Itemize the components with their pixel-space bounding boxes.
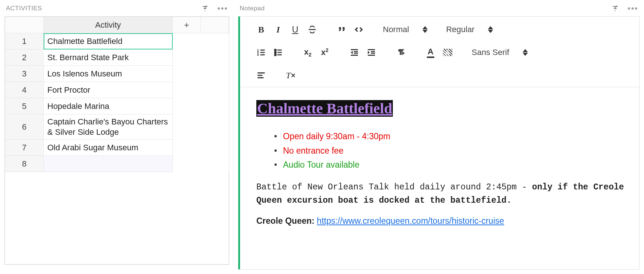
align-button[interactable] [253, 69, 270, 82]
activity-cell[interactable] [44, 156, 173, 172]
row-number[interactable]: 8 [5, 156, 44, 172]
row-number[interactable]: 6 [5, 114, 44, 140]
creole-queen-label: Creole Queen: [256, 216, 317, 226]
corner-cell[interactable] [5, 17, 44, 33]
code-button[interactable] [350, 23, 367, 36]
activities-title: ACTIVITIES [6, 5, 42, 12]
note-paragraph-talk[interactable]: Battle of New Orleans Talk held daily ar… [256, 180, 629, 207]
activity-cell[interactable]: Captain Charlie's Bayou Charters & Silve… [44, 114, 173, 140]
table-row[interactable]: 8 [5, 156, 229, 172]
column-header-activity[interactable]: Activity [44, 17, 173, 33]
activity-cell[interactable]: Los Islenos Museum [44, 66, 173, 82]
activities-table: Activity + 1Chalmette Battlefield2St. Be… [5, 17, 229, 172]
row-number[interactable]: 3 [5, 66, 44, 82]
svg-marker-12 [488, 30, 493, 33]
svg-point-21 [274, 54, 276, 55]
activity-cell[interactable]: Old Arabi Sugar Museum [44, 140, 173, 156]
svg-marker-29 [351, 51, 353, 54]
svg-marker-36 [523, 49, 528, 52]
superscript-button[interactable]: x2 [316, 46, 333, 59]
activity-cell[interactable]: St. Bernard State Park [44, 49, 173, 66]
indent-button[interactable] [363, 46, 380, 59]
font-select[interactable]: Sans Serif [469, 48, 531, 57]
table-row[interactable]: 7Old Arabi Sugar Museum [5, 140, 229, 156]
note-bullet[interactable]: Open daily 9:30am - 4:30pm [283, 130, 629, 143]
text-direction-button[interactable] [392, 46, 409, 59]
notepad-editor: B I U Normal Regular 123 x2 x2 [238, 16, 640, 270]
weight-select[interactable]: Regular [443, 25, 496, 34]
svg-marker-35 [403, 52, 404, 55]
activities-header: ACTIVITIES ••• [4, 3, 229, 16]
ordered-list-button[interactable]: 123 [253, 46, 270, 59]
unordered-list-button[interactable] [270, 46, 287, 59]
filter-icon[interactable] [611, 3, 621, 14]
outdent-button[interactable] [346, 46, 363, 59]
clear-format-button[interactable]: T✕ [282, 69, 299, 82]
notepad-title: Notepad [240, 5, 265, 12]
notepad-header: Notepad ••• [238, 3, 640, 16]
note-bullets: Open daily 9:30am - 4:30pmNo entrance fe… [256, 130, 629, 171]
table-row[interactable]: 4Fort Proctor [5, 82, 229, 98]
more-icon[interactable]: ••• [218, 3, 228, 14]
bold-button[interactable]: B [253, 23, 270, 36]
row-number[interactable]: 1 [5, 33, 44, 49]
text-color-button[interactable]: A [422, 46, 439, 59]
row-number[interactable]: 7 [5, 140, 44, 156]
note-bullet[interactable]: No entrance fee [283, 144, 629, 157]
svg-marker-37 [523, 53, 528, 56]
row-number[interactable]: 2 [5, 49, 44, 66]
svg-text:3: 3 [257, 53, 259, 56]
svg-point-19 [274, 49, 276, 51]
activities-pane: ACTIVITIES ••• Activity + 1Chalme [0, 0, 234, 274]
activity-cell[interactable]: Fort Proctor [44, 82, 173, 98]
table-row[interactable]: 5Hopedale Marina [5, 98, 229, 114]
svg-marker-34 [368, 51, 370, 54]
creole-queen-link[interactable]: https://www.creolequeen.com/tours/histor… [317, 216, 504, 226]
activity-cell[interactable]: Chalmette Battlefield [44, 33, 173, 49]
activities-grid: Activity + 1Chalmette Battlefield2St. Be… [4, 16, 229, 265]
svg-marker-10 [422, 30, 428, 33]
grid-empty-area[interactable] [5, 172, 229, 264]
row-number[interactable]: 4 [5, 82, 44, 98]
note-bullet[interactable]: Audio Tour available [283, 158, 629, 171]
italic-button[interactable]: I [270, 23, 287, 36]
underline-button[interactable]: U [287, 23, 304, 36]
row-number[interactable]: 5 [5, 98, 44, 114]
svg-point-20 [274, 52, 276, 53]
table-row[interactable]: 6Captain Charlie's Bayou Charters & Silv… [5, 114, 229, 140]
talk-text-plain: Battle of New Orleans Talk held daily ar… [256, 182, 517, 192]
more-icon[interactable]: ••• [628, 3, 638, 14]
heading-select[interactable]: Normal [380, 25, 431, 34]
blockquote-button[interactable] [333, 23, 350, 36]
note-heading[interactable]: Chalmette Battlefield [256, 100, 393, 117]
table-row[interactable]: 1Chalmette Battlefield [5, 33, 229, 49]
note-paragraph-link[interactable]: Creole Queen: https://www.creolequeen.co… [256, 215, 629, 227]
subscript-button[interactable]: x2 [299, 46, 316, 59]
add-column-button[interactable]: + [173, 17, 201, 33]
strikethrough-button[interactable] [304, 23, 321, 36]
filter-icon[interactable] [200, 3, 211, 14]
svg-marker-11 [488, 26, 493, 29]
notepad-header-actions: ••• [611, 3, 638, 14]
table-row[interactable]: 3Los Islenos Museum [5, 66, 229, 82]
highlight-color-button[interactable]: A [439, 46, 456, 59]
activities-header-actions: ••• [200, 3, 228, 14]
table-row[interactable]: 2St. Bernard State Park [5, 49, 229, 66]
notepad-pane: Notepad ••• B I U Normal Reg [234, 0, 644, 274]
activity-cell[interactable]: Hopedale Marina [44, 98, 173, 114]
editor-body[interactable]: Chalmette Battlefield Open daily 9:30am … [240, 87, 639, 245]
svg-marker-9 [422, 26, 428, 29]
end-column-spacer [201, 17, 229, 33]
editor-toolbar: B I U Normal Regular 123 x2 x2 [240, 17, 639, 87]
